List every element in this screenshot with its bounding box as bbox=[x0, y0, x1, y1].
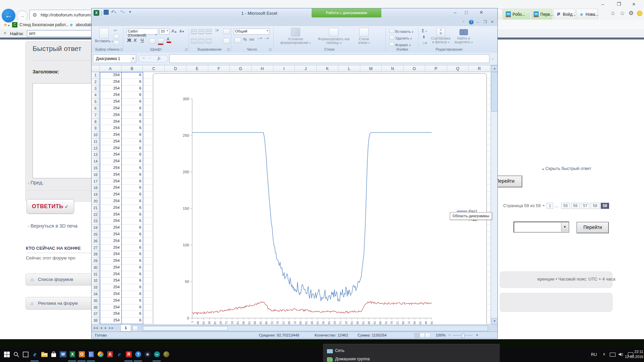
taskbar-icon-edge[interactable]: e bbox=[116, 351, 123, 358]
column-header-H[interactable]: H bbox=[252, 65, 273, 72]
clear-icon[interactable]: ◇▾ bbox=[422, 41, 427, 45]
cell[interactable]: 6 bbox=[121, 125, 143, 132]
row-header[interactable]: 14 bbox=[92, 158, 100, 165]
cell[interactable]: 254 bbox=[100, 271, 121, 278]
cell[interactable]: 6 bbox=[121, 264, 143, 271]
row-header[interactable]: 17 bbox=[92, 178, 100, 185]
row-header[interactable]: 21 bbox=[92, 205, 100, 212]
borders-icon[interactable] bbox=[149, 38, 155, 44]
cell[interactable]: 6 bbox=[121, 291, 143, 298]
column-header-M[interactable]: M bbox=[360, 65, 382, 72]
cell[interactable]: 254 bbox=[100, 125, 121, 132]
row-header[interactable]: 2 bbox=[92, 79, 100, 85]
taskbar-icon-steam[interactable]: ◉ bbox=[144, 351, 151, 358]
cell[interactable]: 254 bbox=[100, 119, 121, 125]
browser-tab[interactable]: PВойд... bbox=[553, 9, 575, 19]
column-header-Q[interactable]: Q bbox=[447, 65, 469, 72]
column-header-E[interactable]: E bbox=[186, 65, 208, 72]
workbook-minimize-icon[interactable]: – bbox=[477, 20, 479, 24]
delete-cells-button[interactable]: Удалить ▾ bbox=[389, 36, 412, 40]
pagination-page[interactable]: 58 bbox=[591, 203, 599, 209]
prev-link[interactable]: ‹Пред. bbox=[28, 180, 44, 186]
align-icon[interactable] bbox=[198, 29, 204, 34]
network-icon[interactable] bbox=[610, 353, 615, 357]
row-header[interactable]: 10 bbox=[92, 132, 100, 138]
cell[interactable]: 6 bbox=[121, 245, 143, 251]
column-header-R[interactable]: R bbox=[469, 65, 490, 72]
wrap-text-icon[interactable] bbox=[223, 29, 230, 34]
flyout-item-homegroup[interactable]: Домашняя группа bbox=[335, 357, 370, 361]
cell[interactable]: 254 bbox=[100, 304, 121, 311]
favorite-link[interactable]: Стенд Безопасная работ... bbox=[19, 22, 69, 27]
taskbar-icon-file-explorer[interactable] bbox=[41, 351, 48, 358]
save-icon[interactable] bbox=[104, 10, 109, 15]
row-header[interactable]: 16 bbox=[92, 172, 100, 178]
column-header-O[interactable]: O bbox=[404, 65, 425, 72]
cell[interactable]: 254 bbox=[100, 264, 121, 271]
jump-go-button[interactable]: Перейти bbox=[577, 222, 609, 233]
cell-styles-button[interactable]: Стили ячеек ▾ bbox=[355, 28, 373, 45]
cell[interactable]: 254 bbox=[100, 85, 121, 92]
fill-color-icon[interactable] bbox=[158, 38, 164, 45]
sort-filter-button[interactable]: АЯ Сортировка и фильтр ▾ bbox=[430, 28, 451, 44]
row-header[interactable]: 37 bbox=[92, 311, 100, 317]
conditional-formatting-button[interactable]: Условное форматирование ▾ bbox=[278, 28, 313, 45]
row-header[interactable]: 22 bbox=[92, 212, 100, 218]
bold-button[interactable]: Ж bbox=[127, 38, 131, 43]
insert-sheet-icon[interactable] bbox=[132, 326, 138, 331]
column-header-L[interactable]: L bbox=[338, 65, 360, 72]
cell[interactable]: 6 bbox=[121, 231, 143, 238]
name-box[interactable]: Диаграмма 1 bbox=[93, 54, 134, 63]
row-header[interactable]: 6 bbox=[92, 105, 100, 112]
italic-button[interactable]: К bbox=[134, 38, 137, 43]
fx-icon[interactable]: fx bbox=[158, 56, 160, 61]
workbook-restore-icon[interactable]: ❐ bbox=[484, 20, 487, 24]
cell[interactable]: 6 bbox=[121, 165, 143, 172]
cell[interactable]: 6 bbox=[121, 92, 143, 99]
zoom-slider-thumb[interactable] bbox=[462, 334, 465, 338]
taskbar-icon-search[interactable] bbox=[12, 351, 20, 358]
excel-maximize-button[interactable]: □ bbox=[465, 10, 468, 15]
row-header[interactable]: 8 bbox=[92, 119, 100, 125]
return-link[interactable]: ‹Вернуться в 3D печа bbox=[28, 223, 77, 229]
dialog-launcher-icon[interactable]: ◲ bbox=[227, 48, 230, 51]
workbook-close-icon[interactable]: ✕ bbox=[491, 20, 494, 24]
cell[interactable]: 254 bbox=[100, 231, 121, 238]
browser-tab[interactable]: 3DПерв... bbox=[531, 9, 552, 19]
cell[interactable]: 254 bbox=[100, 284, 121, 291]
align-icon[interactable] bbox=[191, 38, 197, 44]
row-header[interactable]: 13 bbox=[92, 152, 100, 158]
cell[interactable]: 254 bbox=[100, 245, 121, 251]
cell[interactable]: 6 bbox=[121, 152, 143, 158]
language-indicator[interactable]: RU bbox=[591, 352, 597, 357]
taskbar-icon-archiver[interactable] bbox=[88, 351, 95, 358]
cell[interactable]: 254 bbox=[100, 251, 121, 258]
column-header-K[interactable]: K bbox=[317, 65, 338, 72]
cell[interactable]: 254 bbox=[100, 145, 121, 152]
formula-input[interactable] bbox=[169, 54, 489, 63]
cell[interactable]: 6 bbox=[121, 145, 143, 152]
row-header[interactable]: 28 bbox=[92, 251, 100, 258]
smiley-feedback-icon[interactable] bbox=[637, 11, 642, 16]
cell[interactable]: 6 bbox=[121, 271, 143, 278]
find-input[interactable]: опт bbox=[27, 30, 94, 37]
add-favorite-star-icon[interactable]: ★➤ bbox=[3, 22, 10, 27]
taskbar-icon-store[interactable] bbox=[50, 351, 57, 358]
cell[interactable]: 6 bbox=[121, 112, 143, 119]
cell[interactable]: 6 bbox=[121, 79, 143, 85]
pagination-page[interactable]: 59 bbox=[601, 203, 609, 209]
taskbar-icon-excel[interactable]: X bbox=[69, 351, 76, 358]
cell[interactable]: 254 bbox=[100, 112, 121, 119]
cell[interactable]: 254 bbox=[100, 317, 121, 324]
row-header[interactable]: 23 bbox=[92, 218, 100, 225]
format-as-table-button[interactable]: Форматировать как таблицу ▾ bbox=[315, 28, 353, 45]
cell[interactable]: 254 bbox=[100, 72, 121, 79]
row-header[interactable]: 32 bbox=[92, 278, 100, 284]
row-header[interactable]: 27 bbox=[92, 245, 100, 251]
sheet-nav-icons[interactable]: ◂◂ ◂ ▸ ▸▸ bbox=[94, 326, 114, 329]
cell[interactable]: 6 bbox=[121, 85, 143, 92]
cell[interactable]: 254 bbox=[100, 205, 121, 212]
cell[interactable]: 254 bbox=[100, 311, 121, 317]
column-header-I[interactable]: I bbox=[273, 65, 295, 72]
shrink-font-icon[interactable]: A▼ bbox=[179, 29, 184, 33]
